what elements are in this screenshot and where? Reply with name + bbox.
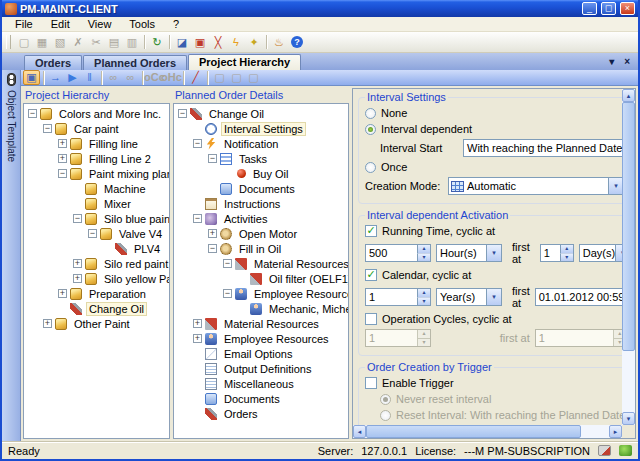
expand-icon[interactable]: + <box>193 334 202 343</box>
tree-item-label[interactable]: Documents <box>236 182 298 196</box>
operation-cycles-checkbox[interactable] <box>365 313 377 325</box>
dropdown-arrow-icon[interactable]: ▾ <box>615 245 622 261</box>
collapse-icon[interactable]: − <box>178 109 187 118</box>
dropdown-arrow-icon[interactable]: ▾ <box>486 289 501 305</box>
tree-item-label[interactable]: Silo blue paint <box>101 212 170 226</box>
tree-item-label[interactable]: Paint mixing plant <box>86 167 170 181</box>
tree-item-miscellaneous[interactable]: Miscellaneous <box>174 376 348 391</box>
tree-item-label[interactable]: Change Oil <box>206 107 267 121</box>
expand-icon[interactable]: + <box>73 259 82 268</box>
project-hierarchy-tree[interactable]: −Colors and More Inc.−Car paint+Filling … <box>23 103 170 439</box>
tree-item-documents[interactable]: Documents <box>174 391 348 406</box>
tree-item-label[interactable]: PLV4 <box>131 242 163 256</box>
tree-item-label[interactable]: Mixer <box>101 197 134 211</box>
tree-item-label[interactable]: Mechanic, Michel - F / M <box>266 302 349 316</box>
tree-item-valve-v4[interactable]: −Valve V4 <box>24 226 169 241</box>
tree-item-other-paint[interactable]: +Other Paint <box>24 316 169 331</box>
tree-item-label[interactable]: Preparation <box>86 287 149 301</box>
page2-button[interactable]: ▢ <box>228 70 245 85</box>
page1-button[interactable]: ▢ <box>211 70 228 85</box>
spin-down-icon[interactable]: ▾ <box>417 254 430 262</box>
tree-item-buy-oil[interactable]: Buy Oil <box>174 166 348 181</box>
ohc-button[interactable]: oHc <box>163 70 180 85</box>
tree-item-label[interactable]: Filling Line 2 <box>86 152 154 166</box>
tree-item-label[interactable]: Machine <box>101 182 149 196</box>
tree-item-filling-line-2[interactable]: +Filling Line 2 <box>24 151 169 166</box>
tree-item-instructions[interactable]: Instructions <box>174 196 348 211</box>
new-document-button[interactable]: ▢ <box>15 34 33 51</box>
tree-item-label[interactable]: Tasks <box>236 152 270 166</box>
tree-item-label[interactable]: Output Definitions <box>221 362 314 376</box>
menu-edit[interactable]: Edit <box>42 18 79 30</box>
tree-item-colors-and-more-inc[interactable]: −Colors and More Inc. <box>24 106 169 121</box>
minimize-button[interactable]: _ <box>582 2 597 15</box>
tree-item-label[interactable]: Material Resources <box>251 257 349 271</box>
page3-button[interactable]: ▢ <box>245 70 262 85</box>
start-button[interactable]: ▶ <box>64 70 81 85</box>
tree-item-plv4[interactable]: PLV4 <box>24 241 169 256</box>
tree-item-employee-resources[interactable]: −Employee Resources <box>174 286 348 301</box>
creation-mode-select[interactable]: Automatic ▾ <box>448 177 622 195</box>
collapse-icon[interactable]: − <box>223 289 232 298</box>
scroll-down-icon[interactable]: ▾ <box>622 412 635 425</box>
tree-item-label[interactable]: Valve V4 <box>116 227 165 241</box>
horizontal-scrollbar[interactable]: ◂ ▸ <box>353 425 622 438</box>
menu-help[interactable]: ? <box>164 18 188 30</box>
tree-item-label[interactable]: Activities <box>221 212 270 226</box>
calendar-first-date-field[interactable]: 01.01.2012 00:59 <box>535 288 622 306</box>
collapse-icon[interactable]: − <box>208 244 217 253</box>
running-first-unit-select[interactable]: Day(s) ▾ <box>579 244 622 262</box>
tree-item-mixer[interactable]: Mixer <box>24 196 169 211</box>
expand-icon[interactable]: + <box>193 319 202 328</box>
tree-item-filling-line[interactable]: +Filling line <box>24 136 169 151</box>
interval-start-select[interactable]: With reaching the Planned Date ▾ <box>463 139 622 157</box>
horizontal-scroll-thumb[interactable] <box>366 425 581 438</box>
order-wrench-button[interactable]: ╱ <box>187 70 204 85</box>
tree-item-tasks[interactable]: −Tasks <box>174 151 348 166</box>
dropdown-arrow-icon[interactable]: ▾ <box>608 178 622 194</box>
tab-planned-orders[interactable]: Planned Orders <box>83 55 187 70</box>
tree-item-label[interactable]: Buy Oil <box>250 167 291 181</box>
tab-orders[interactable]: Orders <box>24 55 82 70</box>
tree-item-label[interactable]: Notification <box>221 137 281 151</box>
collapse-icon[interactable]: − <box>223 259 232 268</box>
pin-window-button[interactable]: ▣ <box>23 70 40 85</box>
print-preview-button[interactable]: ▥ <box>123 34 141 51</box>
pause-button[interactable]: ‖ <box>81 70 98 85</box>
tree-item-label[interactable]: Filling line <box>86 137 141 151</box>
key-button[interactable]: ✦ <box>245 34 263 51</box>
maximize-button[interactable]: ◻ <box>601 2 616 15</box>
help-button[interactable]: ? <box>288 34 306 51</box>
tree-item-silo-yellow-paint[interactable]: +Silo yellow Paint <box>24 271 169 286</box>
tree-item-label[interactable]: Change Oil <box>86 302 147 316</box>
calendar-checkbox[interactable]: ✓ <box>365 269 377 281</box>
tree-item-label[interactable]: Oil filter (OELF1) <box>266 272 349 286</box>
tree-item-label[interactable]: Email Options <box>221 347 295 361</box>
tree-item-label[interactable]: Interval Settings <box>221 122 306 136</box>
oilcan-button[interactable]: ♨ <box>270 34 288 51</box>
tree-item-car-paint[interactable]: −Car paint <box>24 121 169 136</box>
interval-dependent-radio[interactable] <box>365 124 376 135</box>
tree-item-label[interactable]: Instructions <box>221 197 283 211</box>
tree-item-notification[interactable]: −Notification <box>174 136 348 151</box>
vertical-scroll-thumb[interactable] <box>622 102 635 351</box>
object-template-tab[interactable]: Object Template <box>2 70 21 441</box>
print-button[interactable]: ▤ <box>105 34 123 51</box>
tree-item-output-definitions[interactable]: Output Definitions <box>174 361 348 376</box>
running-time-unit-select[interactable]: Hour(s) ▾ <box>436 244 502 262</box>
tree-item-label[interactable]: Employee Resources <box>251 287 349 301</box>
save-as-button[interactable]: ▧ <box>51 34 69 51</box>
tree-item-label[interactable]: Miscellaneous <box>221 377 297 391</box>
tree-item-label[interactable]: Silo yellow Paint <box>101 272 170 286</box>
tree-item-preparation[interactable]: +Preparation <box>24 286 169 301</box>
tree-item-open-motor[interactable]: +Open Motor <box>174 226 348 241</box>
spin-down-icon[interactable]: ▾ <box>417 298 430 306</box>
tree-item-label[interactable]: Orders <box>221 407 261 421</box>
tree-item-material-resources[interactable]: +Material Resources <box>174 316 348 331</box>
tree-item-label[interactable]: Colors and More Inc. <box>56 107 164 121</box>
running-time-checkbox[interactable]: ✓ <box>365 225 377 237</box>
tree-item-change-oil[interactable]: −Change Oil <box>174 106 348 121</box>
none-radio[interactable] <box>365 108 376 119</box>
scroll-up-icon[interactable]: ▴ <box>622 89 635 102</box>
spin-down-icon[interactable]: ▾ <box>560 254 573 262</box>
